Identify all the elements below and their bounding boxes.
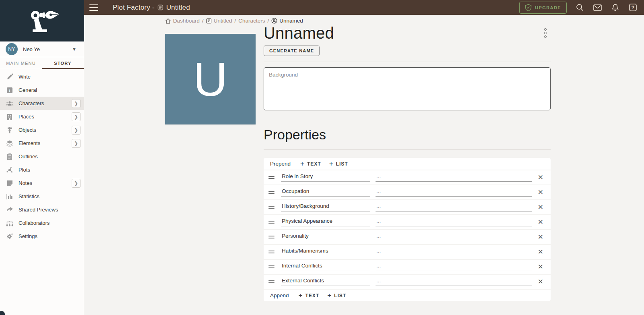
sidebar-item-settings[interactable]: Settings bbox=[0, 230, 84, 243]
sidebar-item-shared-previews[interactable]: Shared Previews bbox=[0, 203, 84, 216]
property-row: ✕ bbox=[264, 215, 551, 229]
divider bbox=[264, 62, 551, 62]
property-row: ✕ bbox=[264, 260, 551, 274]
character-avatar[interactable]: U bbox=[165, 34, 256, 124]
property-value-input[interactable] bbox=[376, 263, 532, 271]
property-value-input[interactable] bbox=[376, 248, 532, 256]
property-row: ✕ bbox=[264, 200, 551, 214]
book-icon bbox=[157, 4, 163, 10]
sidebar-item-characters[interactable]: Characters ❯ bbox=[0, 97, 84, 110]
home-icon bbox=[165, 18, 171, 24]
property-label-input[interactable] bbox=[281, 278, 370, 286]
breadcrumb-characters[interactable]: Characters bbox=[238, 18, 265, 24]
people-icon bbox=[5, 99, 14, 108]
mail-icon[interactable] bbox=[592, 3, 602, 12]
sidebar-item-statistics[interactable]: Statistics bbox=[0, 190, 84, 203]
tab-story[interactable]: STORY bbox=[42, 57, 84, 69]
sidebar: NY Neo Ye ▼ MAIN MENU STORY Write i Gene… bbox=[0, 0, 84, 315]
breadcrumb-dashboard[interactable]: Dashboard bbox=[165, 18, 200, 24]
sidebar-item-elements[interactable]: Elements ❯ bbox=[0, 137, 84, 150]
chat-widget[interactable] bbox=[0, 311, 5, 315]
delete-icon[interactable]: ✕ bbox=[537, 204, 544, 211]
sticky-note-icon bbox=[5, 179, 14, 187]
user-menu[interactable]: NY Neo Ye ▼ bbox=[0, 41, 84, 57]
sidebar-item-collaborators[interactable]: Collaborators bbox=[0, 216, 84, 230]
hamburger-menu-icon[interactable] bbox=[89, 4, 98, 11]
drag-handle-icon[interactable] bbox=[268, 176, 275, 179]
prepend-text-button[interactable]: +TEXT bbox=[296, 159, 325, 169]
property-row: ✕ bbox=[264, 185, 551, 199]
append-list-button[interactable]: +LIST bbox=[323, 290, 350, 300]
drag-handle-icon[interactable] bbox=[268, 191, 275, 194]
chevron-right-button[interactable]: ❯ bbox=[72, 112, 80, 121]
properties-title: Properties bbox=[264, 127, 551, 143]
bell-icon[interactable] bbox=[610, 3, 620, 12]
property-label-input[interactable] bbox=[281, 188, 370, 197]
property-row: ✕ bbox=[264, 170, 551, 184]
property-value-input[interactable] bbox=[376, 233, 532, 241]
kebab-menu-icon[interactable] bbox=[540, 27, 551, 39]
gear-icon bbox=[5, 232, 14, 240]
plot-factory-logo-icon bbox=[22, 8, 62, 33]
drag-handle-icon[interactable] bbox=[268, 265, 275, 268]
book-icon bbox=[206, 18, 212, 24]
property-label-input[interactable] bbox=[281, 233, 370, 241]
breadcrumb: Dashboard / Untitled / Characters / Unna… bbox=[165, 18, 303, 24]
property-value-input[interactable] bbox=[376, 218, 532, 226]
signpost-icon bbox=[5, 126, 14, 134]
delete-icon[interactable]: ✕ bbox=[537, 174, 544, 181]
sidebar-item-outlines[interactable]: Outlines bbox=[0, 150, 84, 163]
sidebar-item-notes[interactable]: Notes ❯ bbox=[0, 176, 84, 190]
sidebar-item-objects[interactable]: Objects ❯ bbox=[0, 123, 84, 137]
app-logo[interactable] bbox=[0, 0, 84, 41]
sidebar-tabs: MAIN MENU STORY bbox=[0, 57, 84, 69]
chevron-right-button[interactable]: ❯ bbox=[72, 179, 80, 188]
breadcrumb-untitled[interactable]: Untitled bbox=[206, 18, 232, 24]
drag-handle-icon[interactable] bbox=[268, 236, 275, 238]
search-icon[interactable] bbox=[575, 3, 584, 12]
sidebar-item-general[interactable]: i General bbox=[0, 83, 84, 97]
delete-icon[interactable]: ✕ bbox=[537, 278, 544, 285]
person-icon bbox=[271, 18, 277, 24]
property-value-input[interactable] bbox=[376, 203, 532, 211]
property-label-input[interactable] bbox=[281, 218, 370, 226]
chevron-right-button[interactable]: ❯ bbox=[72, 99, 80, 108]
breadcrumb-unnamed: Unnamed bbox=[271, 18, 303, 24]
prepend-list-button[interactable]: +LIST bbox=[325, 159, 352, 169]
chevron-right-button[interactable]: ❯ bbox=[72, 126, 80, 135]
append-text-button[interactable]: +TEXT bbox=[295, 290, 324, 300]
upgrade-button[interactable]: UPGRADE bbox=[519, 2, 567, 14]
sidebar-item-plots[interactable]: Plots bbox=[0, 163, 84, 176]
topbar: Plot Factory - Untitled UPGRADE ? bbox=[84, 0, 644, 15]
tab-main-menu[interactable]: MAIN MENU bbox=[0, 57, 42, 69]
property-label-input[interactable] bbox=[281, 248, 370, 256]
drag-handle-icon[interactable] bbox=[268, 280, 275, 283]
chevron-right-button[interactable]: ❯ bbox=[72, 139, 80, 148]
property-label-input[interactable] bbox=[281, 203, 370, 211]
sidebar-item-places[interactable]: Places ❯ bbox=[0, 110, 84, 123]
property-row: ✕ bbox=[264, 275, 551, 289]
plus-icon: + bbox=[300, 160, 305, 167]
property-value-input[interactable] bbox=[376, 173, 532, 182]
delete-icon[interactable]: ✕ bbox=[537, 219, 544, 226]
drag-handle-icon[interactable] bbox=[268, 221, 275, 224]
help-icon[interactable]: ? bbox=[628, 3, 638, 12]
generate-name-button[interactable]: GENERATE NAME bbox=[264, 46, 320, 56]
background-textarea[interactable] bbox=[264, 67, 551, 110]
delete-icon[interactable]: ✕ bbox=[537, 249, 544, 255]
sidebar-item-write[interactable]: Write bbox=[0, 70, 84, 83]
bar-chart-icon bbox=[5, 193, 14, 201]
delete-icon[interactable]: ✕ bbox=[537, 189, 544, 196]
property-label-input[interactable] bbox=[281, 173, 370, 182]
drag-handle-icon[interactable] bbox=[268, 251, 275, 253]
chevron-down-icon: ▼ bbox=[72, 47, 76, 52]
property-value-input[interactable] bbox=[376, 278, 532, 286]
prepend-row: Prepend +TEXT +LIST bbox=[264, 158, 551, 170]
property-value-input[interactable] bbox=[376, 188, 532, 197]
property-label-input[interactable] bbox=[281, 263, 370, 271]
drag-handle-icon[interactable] bbox=[268, 206, 275, 209]
delete-icon[interactable]: ✕ bbox=[537, 234, 544, 240]
main-content: Dashboard / Untitled / Characters / Unna… bbox=[84, 15, 644, 315]
window-title: Plot Factory - Untitled bbox=[113, 4, 190, 12]
delete-icon[interactable]: ✕ bbox=[537, 263, 544, 270]
